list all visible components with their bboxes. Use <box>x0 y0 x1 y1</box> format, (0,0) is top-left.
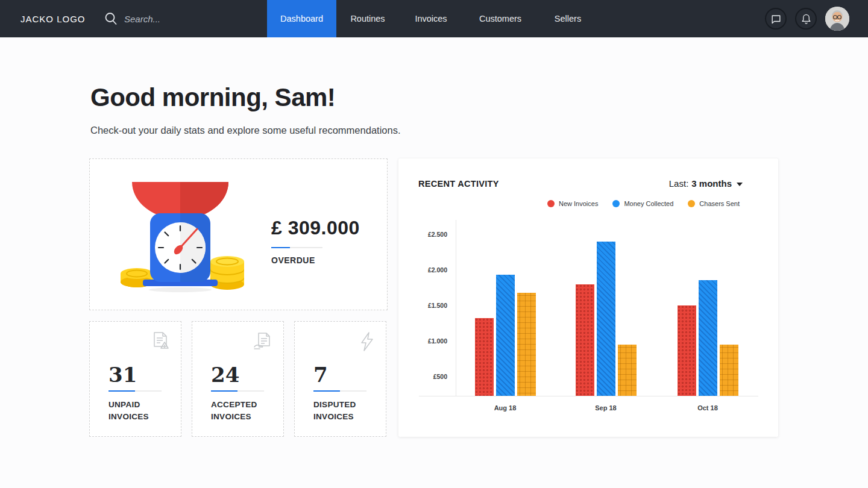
stat-card-disputed-invoices: 7DISPUTEDINVOICES <box>294 321 386 437</box>
bar-chasers-sent-oct-18 <box>720 345 738 396</box>
bar-chart: £2.500£2.000£1.500£1.000£500Aug 18Sep 18… <box>398 158 778 437</box>
stat-card-accepted-invoices: 24ACCEPTEDINVOICES <box>192 321 284 437</box>
navbar-actions <box>765 0 849 37</box>
x-axis-line <box>419 396 758 396</box>
page-subtitle: Check-out your daily stats and explore s… <box>90 125 401 136</box>
accent-divider <box>211 390 264 392</box>
accent-divider <box>271 247 322 248</box>
overdue-label: OVERDUE <box>271 255 360 265</box>
user-avatar[interactable] <box>825 7 849 31</box>
stat-value: 24 <box>211 363 239 387</box>
lightning-icon <box>359 331 376 354</box>
bar-money-collected-aug-18 <box>496 275 515 396</box>
dashboard-page: JACKO LOGO DashboardRoutinesInvoicesCust… <box>0 0 868 488</box>
invoice-accepted-icon <box>253 331 273 353</box>
stat-label: UNPAIDINVOICES <box>108 399 149 423</box>
bar-chasers-sent-aug-18 <box>517 293 536 396</box>
search-box <box>104 0 227 37</box>
recent-activity-card: RECENT ACTIVITY Last: 3 months New Invoi… <box>398 158 778 437</box>
chat-icon <box>770 13 782 25</box>
y-axis-tick: £2.500 <box>418 231 447 238</box>
bar-money-collected-sep-18 <box>597 242 615 396</box>
accent-divider <box>108 390 162 392</box>
app-logo: JACKO LOGO <box>20 0 86 37</box>
nav-item-routines[interactable]: Routines <box>336 0 399 37</box>
stat-label: DISPUTEDINVOICES <box>313 399 356 423</box>
stat-label: ACCEPTEDINVOICES <box>211 399 257 423</box>
bar-new-invoices-aug-18 <box>475 318 494 396</box>
accent-divider <box>313 390 366 392</box>
y-axis-tick: £1.000 <box>418 337 447 345</box>
stat-card-unpaid-invoices: 31UNPAIDINVOICES <box>89 321 181 437</box>
avatar-photo-icon <box>825 7 849 31</box>
stat-value: 7 <box>313 363 328 387</box>
bell-icon <box>800 13 812 25</box>
overdue-info: £ 309.000 OVERDUE <box>271 217 360 265</box>
x-axis-tick: Oct 18 <box>684 404 732 411</box>
top-navbar: JACKO LOGO DashboardRoutinesInvoicesCust… <box>0 0 868 37</box>
bar-new-invoices-oct-18 <box>678 305 696 396</box>
main-nav: DashboardRoutinesInvoicesCustomersSeller… <box>267 0 598 37</box>
search-input[interactable] <box>124 14 227 24</box>
overdue-amount: £ 309.000 <box>271 217 360 239</box>
notifications-button[interactable] <box>795 8 817 30</box>
y-axis-tick: £2.000 <box>418 266 447 274</box>
x-axis-tick: Aug 18 <box>481 404 529 411</box>
bar-money-collected-oct-18 <box>699 280 717 396</box>
y-axis-tick: £500 <box>418 373 447 380</box>
nav-item-customers[interactable]: Customers <box>463 0 538 37</box>
x-axis-tick: Sep 18 <box>582 404 630 411</box>
invoice-warning-icon <box>151 331 171 354</box>
stat-value: 31 <box>108 363 137 387</box>
scale-illustration-icon <box>108 178 253 296</box>
nav-item-dashboard[interactable]: Dashboard <box>267 0 336 37</box>
nav-item-sellers[interactable]: Sellers <box>538 0 598 37</box>
messages-button[interactable] <box>765 8 787 30</box>
nav-item-invoices[interactable]: Invoices <box>399 0 463 37</box>
y-axis-tick: £1.500 <box>418 302 447 309</box>
bar-chasers-sent-sep-18 <box>618 345 637 396</box>
search-icon <box>104 11 118 26</box>
overdue-card: £ 309.000 OVERDUE <box>89 158 388 310</box>
bar-new-invoices-sep-18 <box>576 284 594 396</box>
y-axis-line <box>456 220 456 396</box>
page-title: Good morning, Sam! <box>90 83 335 112</box>
